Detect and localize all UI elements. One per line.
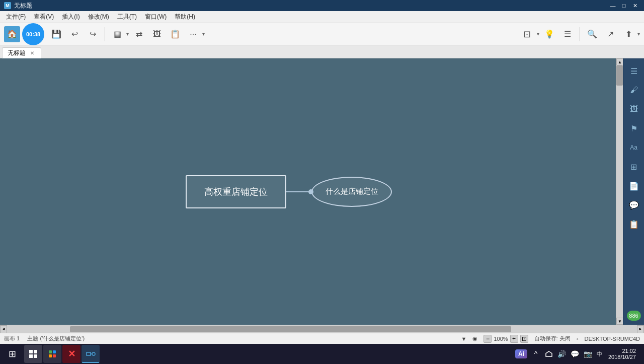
panel-text-button[interactable]: Aa (625, 139, 642, 156)
panel-flag-button[interactable]: ⚑ (625, 120, 642, 137)
menu-help[interactable]: 帮助(H) (171, 12, 199, 22)
main-topic-label: 高权重店铺定位 (204, 186, 268, 198)
main-area: 高权重店铺定位 什么是店铺定位 ▲ ▼ ☰ 🖌 🖼 ⚑ Aa ⊞ 📄 💬 (0, 58, 644, 325)
start-button[interactable]: ⊞ (2, 345, 22, 363)
panel-brush-button[interactable]: 🖌 (625, 82, 642, 99)
menu-tools[interactable]: 工具(T) (113, 12, 141, 22)
panel-list-button[interactable]: ☰ (625, 62, 642, 80)
tray-lang[interactable]: 中 (597, 350, 602, 358)
tray-expand-icon[interactable]: ^ (531, 349, 540, 358)
minimize-button[interactable]: — (608, 2, 618, 10)
separator-dot: ◦ (577, 336, 579, 342)
tray-volume-icon[interactable]: 🔊 (557, 349, 567, 358)
toolbar-sep-2 (580, 27, 580, 41)
timer-button[interactable]: 00:38 (22, 23, 44, 45)
horizontal-scrollbar[interactable]: ◄ ► (0, 325, 644, 333)
taskbar-apps: ✕ (22, 345, 102, 363)
zoom-in-button[interactable]: + (510, 335, 518, 343)
taskbar-app-2[interactable] (43, 345, 61, 363)
lightbulb-button[interactable]: 💡 (541, 26, 557, 42)
taskbar-clock[interactable]: 21:02 2018/10/27 (606, 348, 638, 360)
tab-untitled[interactable]: 无标题 ✕ (2, 47, 41, 58)
style-arrow[interactable]: ▾ (126, 31, 129, 37)
canvas-label: 画布 (4, 335, 17, 341)
main-topic-node[interactable]: 高权重店铺定位 (186, 175, 286, 208)
panel-image-button[interactable]: 🖼 (625, 101, 642, 118)
status-right: ▼ ◉ − 100% + ⊡ 自动保存: 关闭 ◦ DESKTOP-SRUMC4… (461, 335, 640, 343)
scroll-thumb-horizontal[interactable] (70, 326, 511, 332)
scroll-right-button[interactable]: ► (637, 325, 644, 333)
sub-topic-label: 什么是店铺定位 (326, 187, 378, 196)
canvas-area[interactable]: 高权重店铺定位 什么是店铺定位 ▲ ▼ (0, 58, 623, 325)
zoom-level: 100% (494, 336, 508, 342)
menu-file[interactable]: 文件(F) (2, 12, 30, 22)
sub-topic-node[interactable]: 什么是店铺定位 (311, 177, 392, 207)
presentation-button[interactable]: ⊡ (519, 26, 535, 42)
tray-msg-icon[interactable]: 💬 (571, 349, 580, 358)
filter-icon: ▼ (461, 336, 467, 342)
layout-button[interactable]: ⇄ (131, 26, 147, 42)
insert-table-button[interactable]: 📋 (167, 26, 183, 42)
scroll-left-button[interactable]: ◄ (0, 325, 7, 333)
zoom-fit-button[interactable]: 🔍 (584, 26, 600, 42)
svg-rect-0 (29, 350, 33, 353)
canvas-number: 1 (17, 335, 20, 341)
topic-label: 主题 ('什么是店铺定位') (27, 335, 85, 341)
panel-clipboard-button[interactable]: 📋 (625, 215, 642, 233)
panel-badge: 886 (627, 311, 641, 321)
svg-rect-4 (49, 350, 52, 353)
tab-close-button[interactable]: ✕ (29, 49, 36, 56)
vertical-scrollbar[interactable]: ▲ ▼ (616, 58, 623, 325)
svg-rect-3 (34, 354, 37, 358)
export-button[interactable]: ⬆ (620, 26, 636, 42)
menu-window[interactable]: 窗口(W) (141, 12, 171, 22)
panel-chat-button[interactable]: 💬 (625, 196, 642, 213)
menu-insert[interactable]: 插入(I) (58, 12, 84, 22)
toolbar-sep-1 (105, 27, 105, 41)
scroll-track-horizontal[interactable] (7, 325, 637, 333)
taskbar-app-mindmap[interactable] (82, 345, 100, 363)
export-dropdown[interactable]: ⬆ ▾ (620, 26, 640, 42)
mindmap-container: 高权重店铺定位 什么是店铺定位 (186, 167, 437, 217)
redo-button[interactable]: ↪ (85, 26, 101, 42)
menu-view[interactable]: 查看(V) (30, 12, 58, 22)
share-button[interactable]: ↗ (602, 26, 618, 42)
more-arrow[interactable]: ▾ (202, 31, 205, 37)
taskbar: ⊞ ✕ Ai ^ 🔊 💬 📷 中 (0, 344, 644, 364)
title-bar-left: M 无标题 (4, 2, 32, 10)
style-dropdown[interactable]: ▦ ▾ (109, 26, 129, 42)
insert-image-button[interactable]: 🖼 (149, 26, 165, 42)
zoom-controls: − 100% + ⊡ (484, 335, 528, 343)
taskbar-app-3[interactable]: ✕ (62, 345, 80, 363)
scroll-down-button[interactable]: ▼ (616, 318, 623, 325)
outline-button[interactable]: ☰ (559, 26, 576, 42)
export-arrow[interactable]: ▾ (637, 31, 640, 37)
save-button[interactable]: 💾 (48, 26, 64, 42)
tray-network-icon[interactable] (544, 349, 553, 358)
panel-doc-button[interactable]: 📄 (625, 177, 642, 194)
zoom-out-button[interactable]: − (484, 335, 492, 343)
status-bar: 画布 1 主题 ('什么是店铺定位') ▼ ◉ − 100% + ⊡ 自动保存:… (0, 333, 644, 344)
presentation-arrow[interactable]: ▾ (537, 31, 539, 37)
toolbar: 🏠 00:38 💾 ↩ ↪ ▦ ▾ ⇄ 🖼 📋 ··· ▾ ⊡ ▾ 💡 ☰ 🔍 … (0, 23, 644, 45)
maximize-button[interactable]: □ (619, 2, 629, 10)
app-icon: M (4, 2, 11, 9)
window-controls: — □ ✕ (608, 2, 640, 10)
eye-icon: ◉ (472, 335, 477, 342)
close-button[interactable]: ✕ (630, 2, 640, 10)
style-button[interactable]: ▦ (109, 26, 125, 42)
svg-rect-5 (53, 350, 56, 353)
tray-camera-icon[interactable]: 📷 (584, 349, 593, 358)
panel-grid-text-button[interactable]: ⊞ (625, 158, 642, 175)
scroll-thumb-vertical[interactable] (616, 65, 623, 86)
home-button[interactable]: 🏠 (4, 26, 20, 42)
zoom-fit-status-button[interactable]: ⊡ (520, 335, 528, 343)
more-dropdown[interactable]: ··· ▾ (185, 26, 205, 42)
taskbar-app-1[interactable] (24, 345, 42, 363)
undo-button[interactable]: ↩ (66, 26, 83, 42)
ai-button[interactable]: Ai (515, 349, 527, 358)
more-button[interactable]: ··· (185, 26, 201, 42)
menu-modify[interactable]: 修改(M) (84, 12, 113, 22)
clock-time: 21:02 (622, 348, 636, 354)
scroll-up-button[interactable]: ▲ (616, 58, 623, 65)
